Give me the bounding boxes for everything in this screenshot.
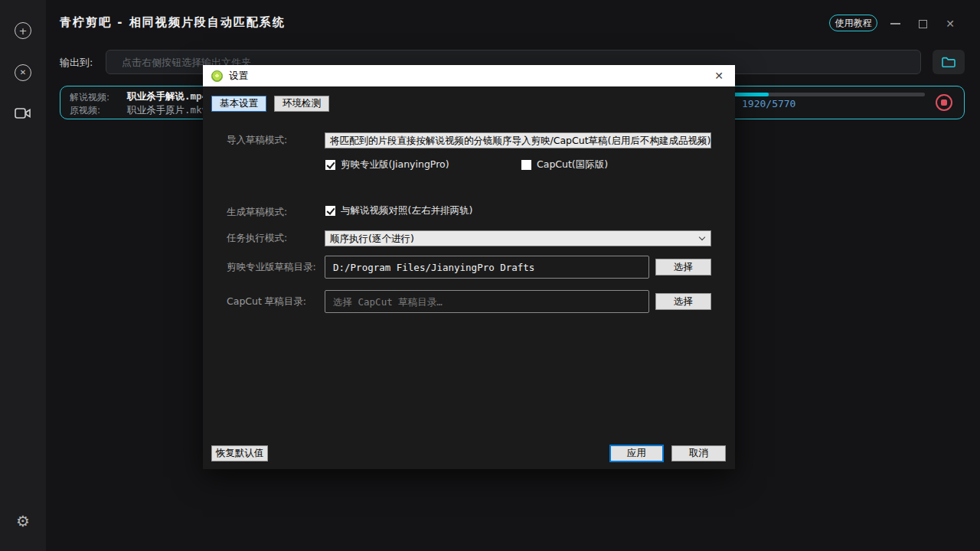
cancel-circle-icon[interactable]: ✕: [15, 64, 31, 81]
narration-filename: 职业杀手解说.mp4: [127, 90, 207, 103]
draft-mode-label: 生成草稿模式:: [227, 204, 287, 220]
cancel-button[interactable]: 取消: [671, 445, 726, 461]
close-icon: ✕: [946, 18, 955, 30]
apply-button[interactable]: 应用: [609, 445, 664, 462]
task-mode-select[interactable]: 顺序执行(逐个进行): [325, 230, 711, 246]
task-mode-value: 顺序执行(逐个进行): [330, 233, 414, 244]
choose-folder-button[interactable]: [933, 50, 965, 74]
settings-dialog: 设置 ✕ 基本设置 环境检测 导入草稿模式: 将匹配到的片段直接按解说视频的分镜…: [203, 65, 735, 469]
minimize-button[interactable]: [884, 16, 906, 31]
narration-label: 解说视频:: [70, 91, 109, 104]
app-window: + ✕ ⚙ 青柠剪吧 - 相同视频片段自动匹配系统 使用教程 ✕ 输出到: 解说…: [0, 0, 980, 551]
minimize-icon: [890, 23, 900, 24]
output-label: 输出到:: [60, 56, 93, 70]
import-mode-select[interactable]: 将匹配到的片段直接按解说视频的分镜顺序导入剪映/CapCut草稿(启用后不构建成…: [325, 132, 711, 148]
jianying-dir-label: 剪映专业版草稿目录:: [227, 259, 316, 275]
capcut-dir-select-button[interactable]: 选择: [655, 293, 711, 310]
source-label: 原视频:: [70, 104, 100, 117]
capcut-checkbox[interactable]: CapCut(国际版): [521, 158, 608, 171]
add-circle-icon[interactable]: +: [15, 22, 31, 39]
maximize-icon: [919, 20, 927, 28]
import-mode-value: 将匹配到的片段直接按解说视频的分镜顺序导入剪映/CapCut草稿(启用后不构建成…: [330, 135, 710, 146]
folder-icon: [941, 56, 956, 68]
capcut-dir-input[interactable]: [325, 290, 649, 313]
maximize-button[interactable]: [912, 16, 933, 31]
stop-button[interactable]: [936, 94, 952, 111]
checkbox-box: [325, 160, 335, 170]
jianyingpro-checkbox[interactable]: 剪映专业版(JianyingPro): [325, 158, 449, 171]
import-mode-label: 导入草稿模式:: [227, 132, 287, 148]
stop-icon: [941, 99, 947, 106]
dialog-titlebar: 设置 ✕: [203, 65, 735, 86]
close-button[interactable]: ✕: [939, 16, 961, 31]
capcut-dir-label: CapCut 草稿目录:: [227, 294, 306, 309]
draft-compare-checkbox[interactable]: 与解说视频对照(左右并排两轨): [325, 204, 472, 217]
jianying-dir-select-button[interactable]: 选择: [655, 259, 711, 276]
dialog-close-button[interactable]: ✕: [703, 65, 735, 86]
capcut-checkbox-label: CapCut(国际版): [537, 158, 608, 171]
sidebar: + ✕ ⚙: [0, 0, 46, 551]
task-mode-label: 任务执行模式:: [227, 230, 287, 246]
checkbox-box: [521, 160, 531, 170]
checkbox-box: [325, 206, 335, 216]
draft-compare-checkbox-label: 与解说视频对照(左右并排两轨): [341, 204, 472, 217]
chevron-down-icon: [699, 234, 705, 240]
restore-defaults-button[interactable]: 恢复默认值: [211, 445, 268, 461]
tab-basic-settings[interactable]: 基本设置: [211, 96, 266, 112]
tab-environment-check[interactable]: 环境检测: [274, 96, 329, 112]
app-title: 青柠剪吧 - 相同视频片段自动匹配系统: [60, 15, 286, 30]
progress-count: 1920/5770: [742, 98, 795, 109]
jianying-dir-input[interactable]: [325, 256, 649, 279]
source-filename: 职业杀手原片.mkv: [127, 104, 207, 117]
app-logo-icon: [211, 70, 223, 82]
settings-gear-icon[interactable]: ⚙: [16, 512, 30, 530]
video-camera-icon[interactable]: [15, 107, 31, 119]
tutorial-button[interactable]: 使用教程: [829, 15, 877, 31]
jianyingpro-checkbox-label: 剪映专业版(JianyingPro): [341, 158, 449, 171]
x-glyph: ✕: [20, 69, 26, 77]
dialog-body: 基本设置 环境检测 导入草稿模式: 将匹配到的片段直接按解说视频的分镜顺序导入剪…: [203, 86, 735, 469]
dialog-title: 设置: [229, 70, 248, 83]
plus-glyph: +: [19, 26, 28, 36]
